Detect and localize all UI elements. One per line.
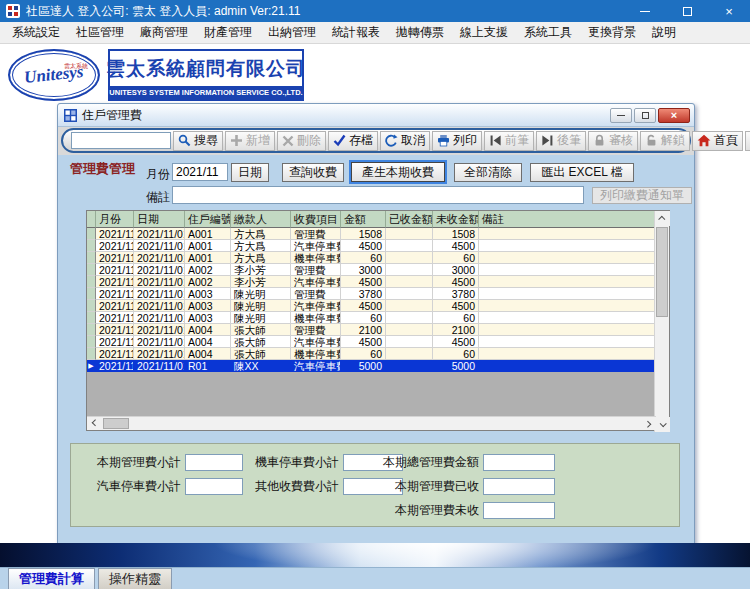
vertical-scrollbar[interactable] <box>654 211 669 432</box>
clear-all-button[interactable]: 全部清除 <box>454 163 522 182</box>
child-minimize-button[interactable] <box>610 108 632 123</box>
maximize-button[interactable] <box>666 0 708 22</box>
summary-label: 汽車停車費小計 <box>89 478 181 495</box>
previous-record-button[interactable]: 前筆 <box>484 131 534 151</box>
child-close-button[interactable]: × <box>658 108 690 123</box>
add-button[interactable]: 新增 <box>225 131 275 151</box>
scroll-down-button[interactable] <box>655 417 670 432</box>
menu-item[interactable]: 更換背景 <box>580 21 644 44</box>
table-row[interactable]: 2021/112021/11/01A002李小芳汽車停車費45004500 <box>87 276 656 288</box>
total-mgmt-fee-input[interactable] <box>483 454 555 471</box>
print-payment-notice-button[interactable]: 列印繳費通知單 <box>592 187 692 204</box>
row-indicator <box>87 300 96 312</box>
table-row[interactable]: 2021/112021/11/01A004張大師管理費21002100 <box>87 324 656 336</box>
table-cell <box>479 288 656 300</box>
plus-icon <box>230 134 243 147</box>
home-button[interactable]: 首頁 <box>692 131 743 151</box>
exit-button[interactable]: 離開 <box>745 131 750 151</box>
column-header: 收費項目 <box>291 211 341 228</box>
unlock-button[interactable]: 解鎖 <box>640 131 690 151</box>
search-button[interactable]: 搜尋 <box>173 131 223 151</box>
table-cell: 2021/11/01 <box>134 348 185 360</box>
table-row[interactable]: 2021/112021/11/01A002李小芳管理費30003000 <box>87 264 656 276</box>
search-input[interactable] <box>71 132 171 149</box>
table-row[interactable]: 2021/112021/11/01A001方大爲管理費15081508 <box>87 228 656 240</box>
car-parking-subtotal-input[interactable] <box>185 478 243 495</box>
table-row[interactable]: 2021/112021/11/01A003陳光明汽車停車費45004500 <box>87 300 656 312</box>
table-cell: 3780 <box>433 288 479 300</box>
menu-item[interactable]: 出納管理 <box>260 21 324 44</box>
menu-item[interactable]: 統計報表 <box>324 21 388 44</box>
column-header: 住戶編號 <box>185 211 231 228</box>
note-input[interactable] <box>172 186 584 204</box>
button-label: 新增 <box>246 132 270 149</box>
table-row[interactable]: 2021/112021/11/01A003陳光明機車停車費6060 <box>87 312 656 324</box>
prev-icon <box>489 134 502 147</box>
scroll-left-button[interactable] <box>87 417 102 430</box>
horizontal-scroll-thumb[interactable] <box>103 418 129 429</box>
menu-item[interactable]: 線上支援 <box>452 21 516 44</box>
maximize-icon <box>683 7 692 16</box>
date-button[interactable]: 日期 <box>231 163 269 182</box>
mgmt-fee-subtotal-input[interactable] <box>185 454 243 471</box>
child-restore-button[interactable] <box>634 108 656 123</box>
table-row[interactable]: 2021/112021/11/01A001方大爲機車停車費6060 <box>87 252 656 264</box>
section-title: 管理費管理 <box>70 160 135 178</box>
menu-item[interactable]: 廠商管理 <box>132 21 196 44</box>
review-button[interactable]: 審核 <box>588 131 638 151</box>
menu-item[interactable]: 系統工具 <box>516 21 580 44</box>
row-indicator <box>87 288 96 300</box>
table-cell: 4500 <box>341 336 386 348</box>
logo-mini-text: 雲太系統 <box>64 62 88 71</box>
table-row[interactable]: 2021/112021/11/01A004張大師汽車停車費45004500 <box>87 336 656 348</box>
minimize-icon <box>617 115 625 116</box>
toolbar: 搜尋 新增 刪除 存檔 取消 <box>58 127 694 155</box>
table-cell: 2021/11 <box>96 360 134 372</box>
form-body: 管理費管理 月份 日期 查詢收費 產生本期收費 全部清除 匯出 EXCEL 檔 … <box>58 155 694 546</box>
table-cell: 60 <box>341 312 386 324</box>
horizontal-scrollbar[interactable] <box>87 416 656 430</box>
menu-item[interactable]: 系統設定 <box>4 21 68 44</box>
chevron-down-icon <box>660 420 667 427</box>
scroll-up-button[interactable] <box>655 211 670 226</box>
generate-current-fees-button[interactable]: 產生本期收費 <box>351 162 445 182</box>
menu-item[interactable]: 社區管理 <box>68 21 132 44</box>
menu-item[interactable]: 財產管理 <box>196 21 260 44</box>
table-row[interactable]: ▶2021/112021/11/01R01陳XX汽車停車費50005000 <box>87 360 656 372</box>
menu-item[interactable]: 說明 <box>644 21 684 44</box>
delete-button[interactable]: 刪除 <box>277 131 326 151</box>
query-fees-button[interactable]: 查詢收費 <box>282 163 344 182</box>
table-row[interactable]: 2021/112021/11/01A003陳光明管理費37803780 <box>87 288 656 300</box>
table-cell: 2021/11 <box>96 252 134 264</box>
row-indicator <box>87 348 96 360</box>
tab-operation-wizard[interactable]: 操作精靈 <box>98 568 172 589</box>
table-cell: A004 <box>185 336 231 348</box>
scroll-right-button[interactable] <box>641 417 656 430</box>
print-button[interactable]: 列印 <box>432 131 482 151</box>
button-label: 前筆 <box>505 132 529 149</box>
table-cell: 2021/11/01 <box>134 228 185 240</box>
table-cell: 4500 <box>433 300 479 312</box>
close-button[interactable]: × <box>708 0 750 22</box>
table-cell: 2021/11 <box>96 336 134 348</box>
table-row[interactable]: 2021/112021/11/01A004張大師機車停車費6060 <box>87 348 656 360</box>
mgmt-fee-received-input[interactable] <box>483 478 555 495</box>
menu-item[interactable]: 拋轉傳票 <box>388 21 452 44</box>
export-excel-button[interactable]: 匯出 EXCEL 檔 <box>530 163 634 182</box>
vertical-scroll-thumb[interactable] <box>656 227 668 317</box>
button-label: 首頁 <box>714 132 738 149</box>
month-input[interactable] <box>172 163 228 181</box>
summary-label: 機車停車費小計 <box>247 454 339 471</box>
cancel-button[interactable]: 取消 <box>380 131 430 151</box>
save-button[interactable]: 存檔 <box>328 131 378 151</box>
tab-fee-calculation[interactable]: 管理費計算 <box>8 568 95 589</box>
minimize-button[interactable] <box>624 0 666 22</box>
mgmt-fee-unpaid-input[interactable] <box>483 502 555 519</box>
column-header: 月份 <box>96 211 134 228</box>
table-cell: 2021/11/01 <box>134 336 185 348</box>
next-record-button[interactable]: 後筆 <box>536 131 586 151</box>
close-icon: × <box>725 5 733 18</box>
table-cell: R01 <box>185 360 231 372</box>
table-row[interactable]: 2021/112021/11/01A001方大爲汽車停車費45004500 <box>87 240 656 252</box>
search-icon <box>178 134 191 147</box>
